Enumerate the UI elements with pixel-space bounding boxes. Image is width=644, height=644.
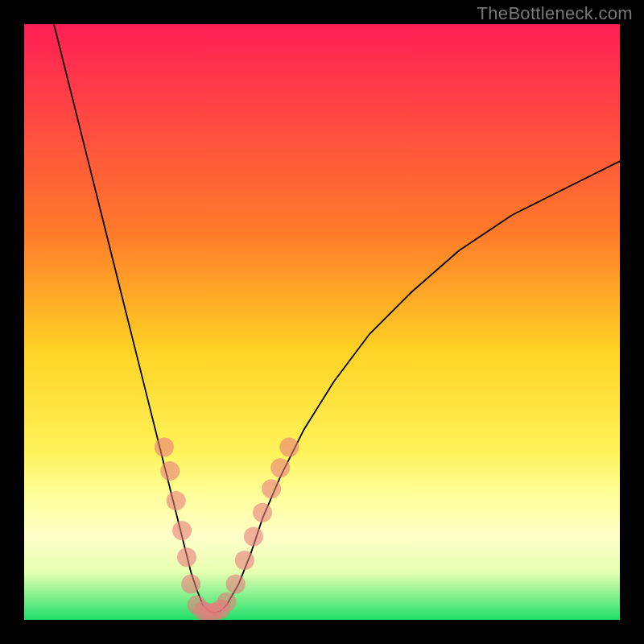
marker-point xyxy=(279,437,299,456)
plot-area xyxy=(24,24,620,620)
marker-point xyxy=(270,458,290,477)
marker-point xyxy=(177,547,196,567)
marker-point xyxy=(181,575,200,594)
marker-point xyxy=(172,521,192,540)
marker-point xyxy=(167,491,186,510)
marker-point xyxy=(217,592,237,612)
marker-point xyxy=(262,479,281,498)
watermark-text: TheBottleneck.com xyxy=(477,3,633,24)
marker-point xyxy=(155,437,174,456)
chart-frame: TheBottleneck.com xyxy=(0,0,644,644)
gradient-background xyxy=(24,24,620,620)
marker-point xyxy=(160,461,180,481)
plot-svg xyxy=(24,24,620,620)
marker-point xyxy=(235,551,254,570)
marker-point xyxy=(226,575,246,594)
marker-point xyxy=(253,503,272,522)
marker-point xyxy=(244,526,263,546)
